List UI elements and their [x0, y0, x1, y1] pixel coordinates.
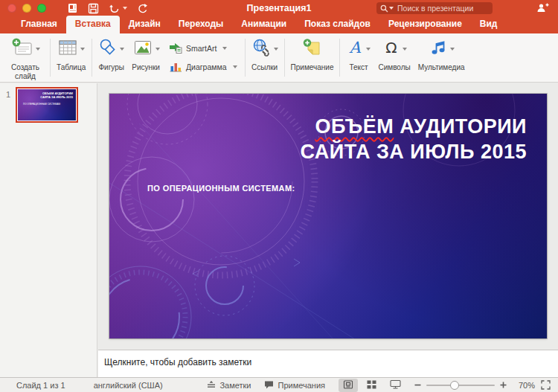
tab-insert[interactable]: Вставка [66, 16, 120, 33]
notes-placeholder: Щелкните, чтобы добавить заметки [98, 350, 558, 367]
pictures-caret-icon [155, 48, 160, 51]
slide-sorter-view-button[interactable] [362, 379, 381, 392]
text-icon: A [346, 38, 364, 60]
normal-view-icon [343, 380, 353, 391]
slide-counter: Слайд 1 из 1 [16, 381, 65, 390]
symbols-button[interactable]: Ω Символы [374, 35, 414, 80]
new-slide-caret-icon [36, 48, 40, 51]
fit-slide-to-window-icon[interactable] [541, 380, 551, 390]
language-indicator[interactable]: английский (США) [94, 381, 163, 390]
ribbon-separator [245, 39, 246, 77]
comment-label: Примечание [291, 63, 334, 72]
undo-icon[interactable] [109, 3, 127, 14]
undo-caret-icon[interactable] [123, 7, 127, 10]
media-button[interactable]: Мультимедиа [414, 35, 469, 80]
save-icon[interactable] [88, 3, 99, 14]
slide-title-textbox[interactable]: ОБЪЁМ АУДИТОРИИ САЙТА ЗА ИЮЛЬ 2015 [300, 114, 527, 165]
slide-thumbnail[interactable]: ОБЪЁМ АУДИТОРИИ САЙТА ЗА ИЮЛЬ 2015 ПО ОП… [16, 87, 78, 123]
search-scope-caret-icon[interactable] [389, 7, 394, 10]
zoom-slider-knob[interactable] [450, 381, 459, 390]
slide-title-line1-rest: АУДИТОРИИ [394, 115, 527, 138]
links-caret-icon [274, 48, 278, 51]
shapes-icon [98, 38, 118, 60]
slide-thumbnail-panel: 1 ОБЪЁМ АУДИТОРИИ САЙТА ЗА ИЮЛЬ 2015 ПО … [0, 83, 97, 377]
new-slide-label: Создать слайд [7, 63, 44, 80]
close-window-button[interactable] [7, 4, 16, 13]
slide-number: 1 [6, 90, 10, 99]
search-input[interactable] [396, 3, 481, 13]
notes-icon [207, 380, 216, 391]
text-caret-icon [366, 48, 371, 51]
zoom-in-button[interactable] [500, 381, 507, 390]
comment-button[interactable]: Примечание [287, 35, 338, 80]
ribbon-separator [284, 39, 285, 77]
pictures-button[interactable]: Рисунки [128, 35, 164, 80]
minimize-window-button[interactable] [22, 4, 31, 13]
text-label: Текст [349, 63, 368, 72]
table-button[interactable]: Таблица [53, 35, 89, 80]
tab-review[interactable]: Рецензирование [379, 16, 471, 33]
zoom-out-button[interactable] [414, 381, 421, 390]
slideshow-view-button[interactable] [385, 378, 405, 392]
svg-text:Ω: Ω [385, 39, 397, 57]
shapes-caret-icon [120, 48, 124, 51]
tab-design[interactable]: Дизайн [120, 16, 170, 33]
chart-icon [169, 61, 182, 74]
thumbnail-subtitle: ПО ОПЕРАЦИОННЫМ СИСТЕМАМ: [23, 103, 61, 106]
pictures-icon [132, 38, 153, 60]
shapes-label: Фигуры [98, 63, 124, 72]
notes-toggle[interactable]: Заметки [207, 380, 251, 391]
table-caret-icon [80, 48, 85, 51]
share-icon[interactable] [536, 2, 549, 16]
smartart-button[interactable]: SmartArt [169, 42, 237, 55]
notes-toggle-label: Заметки [219, 381, 251, 390]
slide-sorter-icon [367, 380, 376, 391]
links-label: Ссылки [251, 63, 278, 72]
document-icon[interactable] [67, 2, 78, 14]
text-button[interactable]: A Текст [342, 35, 374, 80]
zoom-window-button[interactable] [37, 4, 46, 13]
tab-slideshow[interactable]: Показ слайдов [295, 16, 379, 33]
titlebar: Презентация1 [0, 0, 558, 16]
search-box[interactable] [376, 2, 493, 14]
svg-text:A: A [349, 39, 362, 57]
comments-toggle[interactable]: Примечания [264, 380, 325, 391]
slide[interactable]: ОБЪЁМ АУДИТОРИИ САЙТА ЗА ИЮЛЬ 2015 ПО ОП… [109, 94, 547, 338]
chart-button[interactable]: Диаграмма [169, 61, 237, 74]
search-icon [380, 4, 388, 13]
table-icon [57, 38, 78, 60]
editing-canvas: ОБЪЁМ АУДИТОРИИ САЙТА ЗА ИЮЛЬ 2015 ПО ОП… [98, 83, 558, 350]
media-caret-icon [450, 48, 455, 51]
zoom-level[interactable]: 70% [513, 381, 535, 390]
links-button[interactable]: Ссылки [248, 35, 282, 80]
new-slide-icon [11, 37, 33, 61]
normal-view-button[interactable] [339, 379, 358, 392]
shapes-button[interactable]: Фигуры [94, 35, 128, 80]
tab-animations[interactable]: Анимации [232, 16, 295, 33]
zoom-slider-track [426, 385, 495, 386]
thumbnail-title: ОБЪЁМ АУДИТОРИИ САЙТА ЗА ИЮЛЬ 2015 [40, 91, 73, 100]
slide-title-misspelled-word: ОБЪЁМ [315, 115, 394, 138]
window-title: Презентация1 [247, 3, 312, 13]
smartart-icon [169, 42, 182, 55]
new-slide-button[interactable]: Создать слайд [3, 35, 48, 80]
tab-transitions[interactable]: Переходы [170, 16, 233, 33]
links-icon [251, 38, 272, 60]
ribbon: Создать слайд Таблица Фигуры Рисунки Sma… [0, 33, 558, 83]
slide-subtitle-textbox[interactable]: ПО ОПЕРАЦИОННЫМ СИСТЕМАМ: [147, 184, 295, 193]
redo-icon[interactable] [137, 3, 148, 14]
smartart-caret-icon [222, 47, 227, 50]
symbols-label: Символы [378, 63, 410, 72]
notes-pane[interactable]: Щелкните, чтобы добавить заметки [98, 350, 558, 377]
comment-icon [302, 38, 323, 61]
ribbon-separator [92, 39, 92, 77]
ribbon-separator [50, 39, 51, 77]
chart-caret-icon [233, 65, 237, 68]
zoom-slider[interactable] [426, 381, 495, 390]
ribbon-separator [339, 39, 340, 77]
symbols-caret-icon [403, 48, 407, 51]
tab-home[interactable]: Главная [12, 16, 66, 33]
chart-label: Диаграмма [186, 62, 227, 71]
ribbon-tab-bar: Главная Вставка Дизайн Переходы Анимации… [0, 16, 558, 33]
tab-view[interactable]: Вид [471, 16, 507, 33]
